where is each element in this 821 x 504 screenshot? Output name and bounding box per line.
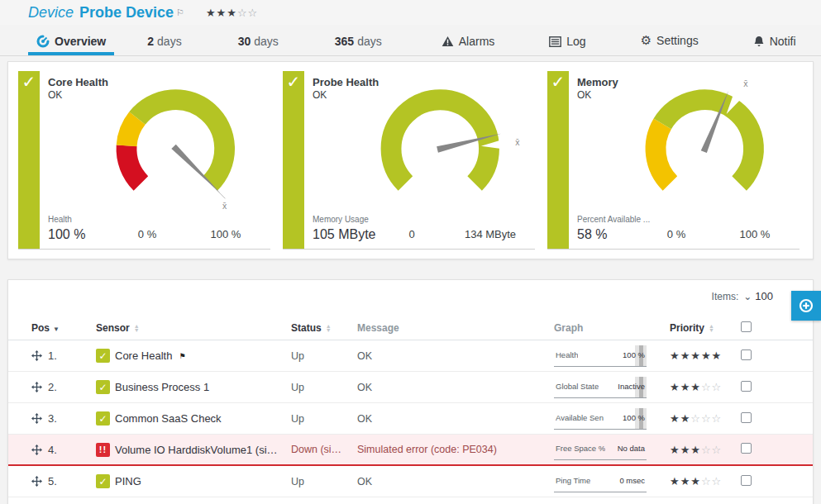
message-cell: OK [357, 413, 554, 425]
table-row[interactable]: 3. ✓Common SaaS Check Up OK Available Se… [8, 403, 813, 435]
channel-name: Percent Available ... [577, 215, 650, 224]
gauge-icon [36, 35, 50, 48]
row-checkbox[interactable] [741, 443, 752, 454]
sensor-link[interactable]: Business Process 1 [115, 381, 209, 393]
device-priority-rating[interactable]: ★★★☆☆ [206, 7, 258, 19]
message-cell: OK [357, 350, 554, 362]
items-per-page-control[interactable]: Items:⌄100 [8, 290, 813, 302]
column-header-graph: Graph [554, 322, 670, 334]
mini-graph[interactable]: Available Sen100 % [554, 408, 647, 430]
move-handle-icon[interactable] [31, 413, 42, 424]
priority-stars[interactable]: ★★☆☆☆ [670, 412, 741, 425]
gear-icon: ⚙ [641, 33, 652, 48]
mean-marker: x̄ [222, 201, 227, 211]
sensor-table-panel: Items:⌄100 Pos▼ Sensor▲▼ Status▲▼ Messag… [7, 279, 814, 504]
sensor-link[interactable]: Core Health [115, 349, 172, 362]
scale-min: 0 % [122, 228, 172, 240]
tab-alarms[interactable]: Alarms [433, 35, 504, 55]
tab-365-days[interactable]: 365days [327, 35, 390, 55]
priority-stars[interactable]: ★★★★★ [670, 349, 741, 362]
sort-desc-icon: ▼ [53, 326, 60, 333]
rating-stars-filled: ★★★ [206, 7, 237, 19]
flag-icon[interactable]: ⚐ [176, 7, 184, 18]
status-ok-bar: ✓ [18, 71, 40, 249]
graph-label: Ping Time [556, 476, 590, 485]
mini-graph[interactable]: Health100 % [554, 345, 647, 367]
mini-graph[interactable]: Global StateInactive [554, 377, 647, 398]
select-all-checkbox[interactable] [741, 321, 752, 332]
graph-label: Available Sen [556, 413, 604, 422]
graph-value: Inactive [618, 382, 645, 391]
column-header-priority[interactable]: Priority▲▼ [670, 322, 741, 334]
mini-graph[interactable]: Free Space %No data [554, 439, 647, 460]
sensor-link[interactable]: Volume IO HarddiskVolume1 (si… [115, 444, 278, 456]
table-header-row: Pos▼ Sensor▲▼ Status▲▼ Message Graph Pri… [8, 316, 813, 340]
page-title[interactable]: Probe Device [79, 4, 174, 21]
move-handle-icon[interactable] [31, 382, 42, 392]
table-row[interactable]: 5. ✓PING Up OK Ping Time0 msec ★★★☆☆ [8, 466, 813, 497]
status-ok-bar: ✓ [283, 71, 304, 249]
tab-settings-label: Settings [656, 34, 699, 47]
graph-value: 100 % [623, 350, 645, 359]
status-up-icon: ✓ [96, 349, 110, 363]
gauge-core-health[interactable]: ✓ Core Health OK x̄ Health 100 % 0 % 100… [18, 71, 270, 250]
scale-max: 100 % [193, 228, 259, 240]
mini-graph[interactable]: Ping Time0 msec [554, 471, 647, 492]
row-checkbox[interactable] [741, 475, 752, 486]
move-handle-icon[interactable] [31, 476, 42, 487]
chevron-down-icon: ⌄ [743, 291, 752, 302]
row-checkbox[interactable] [741, 412, 752, 423]
column-header-status[interactable]: Status▲▼ [291, 322, 357, 334]
scale-min: 0 [387, 228, 437, 240]
channel-name: Health [48, 215, 72, 224]
gauge-probe-health[interactable]: ✓ Probe Health OK x̄ Memory Usage 105 MB… [283, 71, 535, 250]
message-cell: Simulated error (code: PE034) [357, 444, 554, 455]
sensor-link[interactable]: PING [115, 475, 141, 487]
graph-value: 100 % [623, 413, 645, 422]
tab-notifications-label: Notifi [770, 35, 796, 48]
table-row[interactable]: 2. ✓Business Process 1 Up OK Global Stat… [8, 372, 813, 403]
row-checkbox[interactable] [741, 349, 752, 360]
tab-alarms-label: Alarms [459, 35, 495, 48]
move-handle-icon[interactable] [31, 445, 42, 455]
status-up-icon: ✓ [96, 411, 110, 426]
add-button[interactable] [791, 291, 821, 321]
row-checkbox[interactable] [741, 381, 752, 392]
status-cell: Up [291, 382, 357, 393]
status-cell: Up [291, 476, 357, 487]
tab-overview[interactable]: Overview [28, 35, 114, 55]
gauge-memory[interactable]: ✓ Memory OK x̄ Percent Available ... 58 … [547, 71, 800, 250]
flag-icon: ⚑ [179, 352, 185, 360]
tab-30-days[interactable]: 30days [230, 35, 287, 55]
tab-2-days[interactable]: 2days [139, 35, 189, 55]
plus-circle-icon [798, 297, 814, 314]
status-cell: Down (si… [291, 444, 357, 455]
scale-min: 0 % [652, 228, 701, 240]
priority-stars[interactable]: ★★★☆☆ [670, 381, 741, 393]
channel-value: 58 % [577, 227, 607, 242]
tab-notifications[interactable]: Notifi [745, 35, 804, 55]
message-cell: OK [357, 382, 554, 393]
priority-stars[interactable]: ★★★☆☆ [670, 475, 741, 487]
tab-365-word: days [357, 35, 382, 48]
priority-stars[interactable]: ★★★☆☆ [670, 444, 741, 456]
tab-log[interactable]: Log [541, 35, 594, 55]
tab-overview-label: Overview [55, 35, 106, 48]
tab-30-num: 30 [238, 35, 251, 48]
tab-settings[interactable]: ⚙ Settings [632, 33, 707, 55]
channel-value: 100 % [48, 227, 85, 242]
graph-value: No data [618, 444, 645, 453]
log-list-icon [549, 36, 561, 47]
table-row[interactable]: 1. ✓Core Health⚑ Up OK Health100 % ★★★★★ [8, 340, 813, 372]
table-row-error[interactable]: 4. !!Volume IO HarddiskVolume1 (si… Down… [8, 435, 813, 466]
pos-number: 4. [48, 444, 57, 456]
title-bar: Device Probe Device ⚐ ★★★☆☆ [0, 0, 821, 25]
column-header-pos[interactable]: Pos▼ [31, 322, 96, 334]
sensor-link[interactable]: Common SaaS Check [115, 412, 222, 425]
move-handle-icon[interactable] [31, 350, 42, 361]
status-up-icon: ✓ [96, 380, 110, 394]
status-up-icon: ✓ [96, 474, 110, 488]
column-header-sensor[interactable]: Sensor▲▼ [96, 322, 291, 334]
sort-icon: ▲▼ [709, 324, 714, 332]
pos-number: 3. [48, 412, 57, 425]
